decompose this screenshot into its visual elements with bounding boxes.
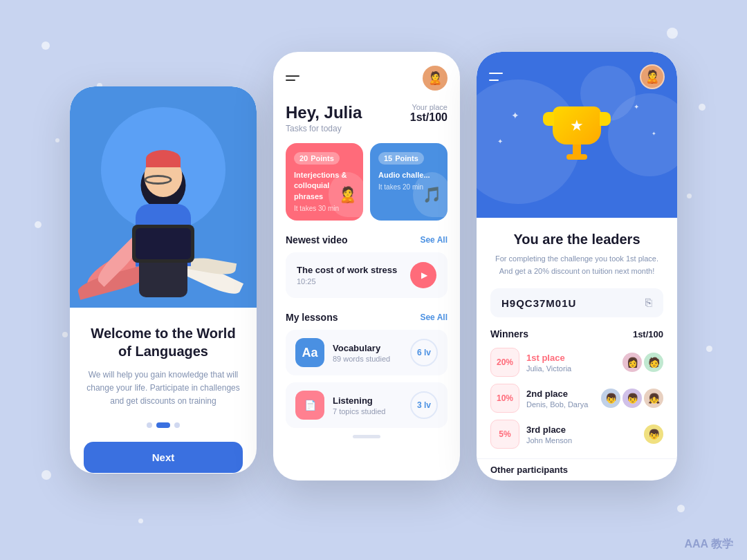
promo-code-box: H9QC37M01U ⎘ (490, 288, 663, 317)
winner-names-1: Julia, Victoria (526, 364, 616, 373)
task-card-2[interactable]: 15 Points Audio challe... It takes 20 mi… (370, 143, 448, 221)
vocabulary-icon: Aa (295, 338, 324, 367)
winner-avatar: 🧑 (644, 353, 663, 372)
welcome-subtitle: We will help you gain knowledge that wil… (84, 368, 243, 409)
listening-sub: 7 topics studied (333, 407, 402, 416)
vocabulary-sub: 89 words studied (333, 355, 402, 363)
copy-icon[interactable]: ⎘ (645, 297, 652, 309)
other-participants: Other participants (477, 458, 677, 480)
greeting-right: Your place 1st/100 (410, 103, 448, 124)
video-title: The cost of work stress (297, 265, 397, 275)
discount-badge-1: 20% (490, 348, 519, 377)
user-avatar-3[interactable]: 🙎 (640, 64, 665, 89)
phone3-header: 🙎 (477, 52, 677, 89)
video-section-header: Newest video See All (273, 232, 460, 252)
winner-row-2: 10% 2nd place Denis, Bob, Darya 👦 👦 👧 (490, 384, 663, 413)
video-section-title: Newest video (286, 234, 347, 245)
leaders-description: For completing the challenge you took 1s… (490, 253, 663, 277)
bottom-indicator (353, 435, 380, 438)
promo-code-text: H9QC37M01U (501, 297, 576, 309)
winners-label: Winners (490, 328, 528, 339)
winner-place-1: 1st place (526, 353, 616, 363)
vocabulary-level: 6 lv (410, 339, 438, 366)
winner-info-2: 2nd place Denis, Bob, Darya (526, 389, 594, 409)
phone1-illustration (70, 86, 257, 308)
discount-badge-3: 5% (490, 420, 519, 449)
trophy-container: ✦ ✦ ✦ ✦ ★ (477, 89, 677, 165)
task-illustration-1: 🙎 (329, 172, 363, 217)
winner-row-1: 20% 1st place Julia, Victoria 👩 🧑 (490, 348, 663, 377)
winner-avatar: 👩 (622, 353, 642, 372)
vocabulary-name: Vocabulary (333, 343, 402, 353)
phone-welcome: Welcome to the World of Languages We wil… (70, 86, 257, 474)
winners-header: Winners 1st/100 (490, 328, 663, 339)
task-cards-container: 20 Points Interjections & colloquial phr… (273, 143, 460, 232)
trophy-icon: ★ (546, 103, 608, 165)
winner-avatars-3: 👦 (644, 424, 663, 444)
lesson-item-vocabulary[interactable]: Aa Vocabulary 89 words studied 6 lv (286, 330, 448, 375)
phone-home: 🙎 Hey, Julia Tasks for today Your place … (273, 52, 460, 480)
leaderboard-top: 🙎 ✦ ✦ ✦ ✦ ★ (477, 52, 677, 218)
task-illustration-2: 🎵 (413, 172, 448, 217)
lessons-see-all[interactable]: See All (420, 312, 448, 322)
play-button[interactable]: ▶ (410, 262, 436, 288)
video-duration: 10:25 (297, 277, 397, 286)
winner-names-3: John Menson (526, 436, 637, 445)
leaderboard-content: You are the leaders For completing the c… (477, 218, 677, 456)
menu-icon-white[interactable] (489, 73, 503, 81)
place-label: Your place (410, 103, 448, 111)
winner-info-3: 3rd place John Menson (526, 424, 637, 445)
winner-names-2: Denis, Bob, Darya (526, 400, 594, 409)
video-item[interactable]: The cost of work stress 10:25 ▶ (286, 252, 448, 298)
dot-3 (174, 422, 180, 428)
winner-avatar: 👦 (644, 424, 663, 444)
welcome-title: Welcome to the World of Languages (84, 324, 243, 360)
listening-level: 3 lv (410, 391, 438, 419)
winner-place-3: 3rd place (526, 424, 637, 435)
task-card-1[interactable]: 20 Points Interjections & colloquial phr… (286, 143, 363, 221)
watermark: AAA 教学 (684, 537, 733, 552)
girl-illustration (111, 149, 215, 308)
vocabulary-info: Vocabulary 89 words studied (333, 343, 402, 363)
task-points-1: 20 Points (294, 152, 340, 165)
next-button[interactable]: Next (84, 442, 243, 473)
phone2-header: 🙎 (273, 52, 460, 97)
leaders-title: You are the leaders (490, 232, 663, 248)
winner-avatars-1: 👩 🧑 (622, 353, 663, 372)
winner-avatar: 👦 (622, 389, 642, 408)
video-see-all[interactable]: See All (420, 235, 448, 245)
discount-badge-2: 10% (490, 384, 519, 413)
dot-1 (147, 422, 152, 428)
winner-avatar: 👧 (644, 389, 663, 408)
task-points-2: 15 Points (378, 152, 424, 165)
greeting-left: Hey, Julia Tasks for today (286, 103, 362, 133)
winners-place: 1st/100 (633, 329, 663, 339)
phone1-content: Welcome to the World of Languages We wil… (70, 308, 257, 474)
lesson-item-listening[interactable]: 📄 Listening 7 topics studied 3 lv (286, 382, 448, 428)
lessons-section-title: My lessons (286, 312, 338, 323)
dot-2 (156, 422, 170, 428)
pagination-dots (84, 422, 243, 428)
place-value: 1st/100 (410, 111, 448, 124)
greeting-text: Hey, Julia (286, 103, 362, 122)
video-info: The cost of work stress 10:25 (297, 265, 397, 286)
listening-icon: 📄 (295, 391, 324, 420)
user-avatar[interactable]: 🙎 (423, 66, 448, 91)
listening-info: Listening 7 topics studied (333, 395, 402, 416)
tasks-label: Tasks for today (286, 124, 362, 133)
lessons-section-header: My lessons See All (273, 309, 460, 330)
winner-info-1: 1st place Julia, Victoria (526, 353, 616, 373)
menu-icon[interactable] (286, 75, 299, 81)
winner-avatar: 👦 (601, 389, 620, 408)
greeting-section: Hey, Julia Tasks for today Your place 1s… (273, 97, 460, 143)
winner-place-2: 2nd place (526, 389, 594, 399)
winner-row-3: 5% 3rd place John Menson 👦 (490, 420, 663, 449)
phone-leaderboard: 🙎 ✦ ✦ ✦ ✦ ★ You are the leaders For comp… (477, 52, 677, 480)
listening-name: Listening (333, 395, 402, 406)
winner-avatars-2: 👦 👦 👧 (601, 389, 663, 408)
